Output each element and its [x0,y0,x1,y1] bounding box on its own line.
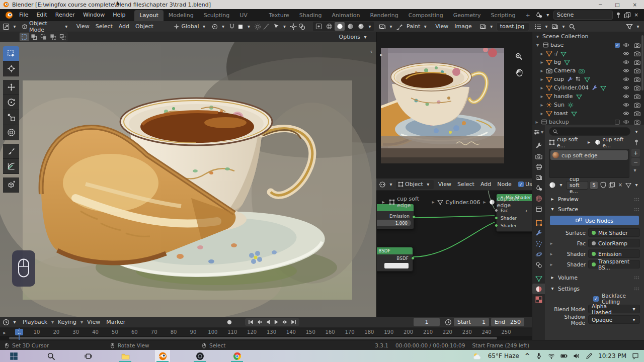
viewport-menu-add[interactable]: Add [116,21,132,32]
clock-text[interactable]: 10:23 PM [598,352,626,359]
pin-icon[interactable] [633,139,640,146]
transparent-bsdf-node[interactable]: Transparent BSDF BSDF [376,247,413,272]
properties-tab-texture[interactable] [532,294,545,305]
outliner-row-toast[interactable]: ▸toast [532,109,644,118]
hide-in-viewport-icon[interactable] [623,76,629,82]
outliner-row-base[interactable]: ▾base✓ [532,41,644,49]
expand-icon[interactable]: ▸ [549,251,554,256]
playhead[interactable] [19,328,20,340]
disable-in-renders-icon[interactable] [634,50,640,57]
tool-move-button[interactable] [3,80,19,95]
tool-measure-button[interactable] [3,159,19,174]
outliner-row-bg[interactable]: ▸bg [532,58,644,66]
disclosure-icon[interactable]: ▸ [539,84,544,91]
preview-panel-header[interactable]: ▸Preview [545,194,644,204]
chevron-down-icon[interactable]: ▾ [557,182,565,189]
hide-in-viewport-icon[interactable] [623,102,629,108]
slot-specials-icon[interactable]: ▾ [631,167,638,174]
tray-chevron-icon[interactable]: ^ [525,352,530,359]
disable-in-renders-icon[interactable] [634,119,640,125]
emission-strength-field[interactable]: Strength 1.000 [376,220,411,226]
gizmos-icon[interactable] [290,23,297,30]
hide-in-viewport-icon[interactable] [623,110,629,117]
shading-solid-button[interactable] [335,22,345,31]
viewport-menu-object[interactable]: Object [132,21,156,32]
pivot-point-icon[interactable] [211,23,218,30]
breadcrumb-cup-soft-edge-2[interactable]: cup soft edge [497,196,529,209]
overlays-icon[interactable] [298,23,305,30]
chevron-down-icon[interactable]: ▾ [634,23,641,30]
jump-to-end-button[interactable] [290,319,297,325]
snap-target-icon[interactable] [237,23,244,30]
remove-slot-button[interactable]: − [631,158,640,166]
add-slot-button[interactable]: + [631,149,640,157]
hide-in-viewport-icon[interactable] [623,84,629,91]
fake-user-icon[interactable] [600,182,607,189]
outliner-scrollbar[interactable] [641,35,643,90]
hide-in-viewport-icon[interactable] [623,50,629,57]
blender-menu-logo-icon[interactable] [5,11,13,19]
menu-help[interactable]: Help [109,9,129,21]
shading-wireframe-button[interactable] [324,22,334,31]
properties-tab-material[interactable] [532,284,545,294]
hide-in-viewport-icon[interactable] [623,67,629,74]
disclosure-icon[interactable]: ▸ [539,67,544,74]
pin-icon[interactable] [615,12,622,19]
chevron-down-icon[interactable]: ▾ [220,23,227,30]
outliner-row-cylinder-004[interactable]: ▸Cylinder.004 [532,83,644,92]
viewport-canvas[interactable]: ‹ [0,42,376,317]
taskbar-blender-button[interactable] [155,350,170,362]
users-count-badge[interactable]: 5 [590,181,598,190]
breadcrumb-cup-soft-edge-0[interactable]: cup soft edge [397,196,429,209]
chevron-down-icon[interactable]: ▾ [633,182,640,189]
search-icon[interactable] [569,23,576,30]
node-editor-canvas[interactable]: ▸cup soft edge▸Cylinder.006▸cup soft edg… [376,191,532,317]
properties-tab-editor-type[interactable]: ▾ [532,127,545,137]
display-mode-icon[interactable] [534,23,541,30]
menu-window[interactable]: Window [79,9,109,21]
menu-edit[interactable]: Edit [32,9,51,21]
viewport-menu-select[interactable]: Select [93,21,116,32]
properties-tab-output[interactable] [532,161,545,172]
shadow-mode-select[interactable]: Opaque ▾ [588,315,640,324]
disable-in-renders-icon[interactable] [634,67,640,74]
material-slot-selected[interactable]: cup soft edge [550,150,628,160]
prop-value-mix-shader[interactable]: Mix Shader [588,228,640,237]
material-slot-list[interactable]: cup soft edge [549,149,629,178]
image-browse-icon[interactable] [479,23,487,30]
menu-render[interactable]: Render [51,9,79,21]
pen-icon[interactable] [586,352,593,359]
hide-in-viewport-icon[interactable] [623,59,629,65]
image-editor-canvas[interactable]: ▸ [376,32,532,178]
scene-browse-icon[interactable] [535,12,542,19]
tool-transform-button[interactable] [3,125,19,140]
timeline-expand-icon[interactable]: ▸ [1,329,8,336]
unlink-scene-icon[interactable]: × [633,12,640,19]
transparent-node-header[interactable]: Transparent BSDF [376,247,413,254]
microphone-icon[interactable] [535,352,542,359]
outliner-row-sun[interactable]: ▸Sun [532,101,644,109]
snap-toggle-icon[interactable] [228,23,235,30]
auto-key-button[interactable] [226,319,233,326]
tool-annotate-button[interactable] [3,144,19,159]
hide-in-viewport-icon[interactable] [623,119,629,125]
prev-keyframe-button[interactable] [256,319,263,325]
disclosure-icon[interactable]: ▾ [534,42,541,48]
use-nodes-button[interactable]: Use Nodes [550,216,639,225]
sidebar-toggle-icon[interactable]: ‹ [523,208,530,215]
image-menu-view[interactable]: View [432,21,451,32]
breadcrumb-cylinder-006-1[interactable]: Cylinder.006 [445,199,480,206]
backface-culling-checkbox[interactable]: ✓ [593,296,599,302]
disable-in-renders-icon[interactable] [634,110,640,117]
properties-tab-object-data[interactable] [532,273,545,284]
play-reverse-button[interactable] [265,319,271,325]
filter-icon[interactable] [626,23,633,30]
breadcrumb-material[interactable]: cup soft e... [603,136,629,148]
disable-in-renders-icon[interactable] [634,42,640,48]
disclosure-icon[interactable]: ▸ [534,119,539,125]
surface-panel-header[interactable]: ▾Surface [545,204,644,214]
chevron-down-icon[interactable]: ▾ [366,23,373,30]
volume-icon[interactable] [573,352,580,359]
outliner-row-camera[interactable]: ▸Camera [532,66,644,75]
sidebar-toggle-icon[interactable]: ‹ [368,48,375,55]
